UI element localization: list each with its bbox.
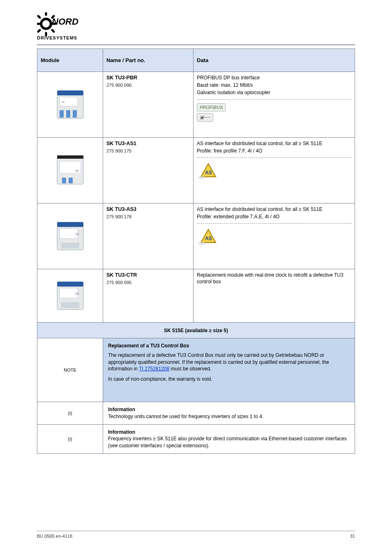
asi-logo-icon: AS <box>197 234 220 239</box>
svg-rect-26 <box>57 222 83 227</box>
table-header-row: Module Name / Part no. Data <box>37 49 355 72</box>
module-photo-icon: CE <box>54 86 87 123</box>
module-name: SK TU3-AS1 <box>106 141 136 146</box>
footer-page-number: 31 <box>350 534 355 539</box>
data-line: PROFIBUS DP bus interface <box>197 74 351 81</box>
data-line: AS interface for distributed local contr… <box>197 140 351 147</box>
module-image-cell: CE <box>37 72 103 138</box>
note-label: NOTE <box>37 338 103 402</box>
svg-rect-12 <box>66 110 70 118</box>
module-image-cell: CE <box>37 138 103 204</box>
info-text: Frequency inverters ≥ SK 511E also provi… <box>108 436 347 449</box>
table-row: CE SK TU3-CTR 275 900 095 Replacement mo… <box>37 269 355 323</box>
table-row: CE SK TU3-AS3 275 900 178 AS interface f… <box>37 204 355 269</box>
module-name: SK TU3-AS3 <box>106 206 136 212</box>
dashed-separator <box>197 157 351 158</box>
module-photo-icon: CE <box>54 152 87 189</box>
th-data: Data <box>194 49 355 72</box>
data-line: Profile: free profile 7.F, 4I / 4O <box>197 148 351 154</box>
note-title: Replacement of a TU3 Control Box <box>108 342 350 349</box>
svg-line-7 <box>38 30 40 32</box>
page-footer: BU 0505 en-4118 31 <box>37 531 355 539</box>
svg-rect-19 <box>62 178 66 183</box>
module-data-cell: PROFIBUS DP bus interface Baud rate: max… <box>194 72 355 138</box>
module-image-cell: CE <box>37 269 103 323</box>
module-data-cell: AS interface for distributed local contr… <box>194 138 355 204</box>
dashed-separator <box>197 223 351 224</box>
svg-rect-28 <box>61 243 79 248</box>
module-photo-icon: CE <box>54 218 87 255</box>
module-partno: 275 900 178 <box>106 214 190 220</box>
info-icon: (I) <box>37 402 103 425</box>
module-partno: 275 900 090 <box>106 82 190 88</box>
svg-text:CE: CE <box>61 101 65 103</box>
info-heading: Information <box>108 407 135 412</box>
note-header-row: SK 515E (available ≥ size 5) <box>37 323 355 338</box>
svg-text:AS: AS <box>205 170 212 176</box>
svg-rect-36 <box>61 302 79 308</box>
svg-point-32 <box>198 242 206 245</box>
module-data-cell: AS interface for distributed local contr… <box>194 204 355 269</box>
info-heading: Information <box>108 429 135 435</box>
svg-rect-17 <box>57 155 83 159</box>
data-line: Replacement module with real-time clock … <box>197 272 351 285</box>
svg-text:AS: AS <box>205 236 212 241</box>
svg-point-24 <box>198 176 206 179</box>
table-row: CE SK TU3-PBR 275 900 090 PROFIBUS DP bu… <box>37 72 355 138</box>
svg-text:CE: CE <box>75 169 79 172</box>
module-partno: 275 900 095 <box>106 280 190 286</box>
module-partno: 275 900 175 <box>106 148 190 154</box>
data-line: Baud rate: max. 12 Mbit/s <box>197 82 351 88</box>
th-module: Module <box>37 49 103 72</box>
module-name-cell: SK TU3-AS3 275 900 178 <box>103 204 194 269</box>
svg-line-5 <box>38 16 40 18</box>
module-photo-icon: CE <box>54 278 87 314</box>
info-body: Information Frequency inverters ≥ SK 511… <box>103 424 355 453</box>
logo-text-sub: DRIVESYSTEMS <box>37 35 77 40</box>
info-row: (I) Information Frequency inverters ≥ SK… <box>37 424 355 453</box>
data-line: Galvanic isolation via optocoupler <box>197 89 351 96</box>
svg-rect-13 <box>73 110 77 118</box>
svg-rect-10 <box>57 90 83 95</box>
info-text: Technology units cannot be used for freq… <box>108 414 263 419</box>
svg-text:CE: CE <box>75 292 79 295</box>
footer-left: BU 0505 en-4118 <box>37 534 72 539</box>
module-name-cell: SK TU3-AS1 275 900 175 <box>103 138 194 204</box>
note-text: must be observed. <box>171 366 212 372</box>
info-row: (I) Information Technology units cannot … <box>37 402 355 425</box>
module-name: SK TU3-PBR <box>106 75 137 81</box>
module-data-cell: Replacement module with real-time clock … <box>194 269 355 323</box>
note-header: SK 515E (available ≥ size 5) <box>37 323 355 338</box>
brand-logo: NORD DRIVESYSTEMS <box>37 12 355 41</box>
info-body: Information Technology units cannot be u… <box>103 402 355 425</box>
note-link[interactable]: TI 275281208 <box>139 366 169 372</box>
table-row: CE SK TU3-AS1 275 900 175 AS interface f… <box>37 138 355 204</box>
dashed-separator <box>197 99 351 100</box>
info-icon: (I) <box>37 424 103 453</box>
module-name-cell: SK TU3-CTR 275 900 095 <box>103 269 194 323</box>
module-name: SK TU3-CTR <box>106 272 137 278</box>
module-name-cell: SK TU3-PBR 275 900 090 <box>103 72 194 138</box>
connector-icon: ▣── <box>197 113 213 122</box>
svg-line-8 <box>52 30 54 32</box>
note-row: NOTE Replacement of a TU3 Control Box Th… <box>37 338 355 402</box>
svg-rect-20 <box>69 178 73 183</box>
modules-table: Module Name / Part no. Data CE SK TU3-PB… <box>37 49 355 454</box>
page-top-rule <box>37 44 355 45</box>
logo-text-nord: NORD <box>52 16 78 27</box>
svg-rect-34 <box>57 282 83 287</box>
svg-rect-11 <box>60 110 64 118</box>
data-line: Profile: extended profile 7.A.E, 4I / 4O <box>197 213 351 220</box>
note-body: Replacement of a TU3 Control Box The rep… <box>103 338 355 402</box>
module-image-cell: CE <box>37 204 103 269</box>
th-name: Name / Part no. <box>103 49 194 72</box>
profibus-badge: PROFIBUS <box>197 103 226 112</box>
svg-text:CE: CE <box>75 233 79 236</box>
note-text: In case of non-compliance, the warranty … <box>108 376 350 383</box>
asi-logo-icon: AS <box>197 168 220 173</box>
data-line: AS interface for distributed local contr… <box>197 206 351 213</box>
svg-point-0 <box>41 19 51 29</box>
